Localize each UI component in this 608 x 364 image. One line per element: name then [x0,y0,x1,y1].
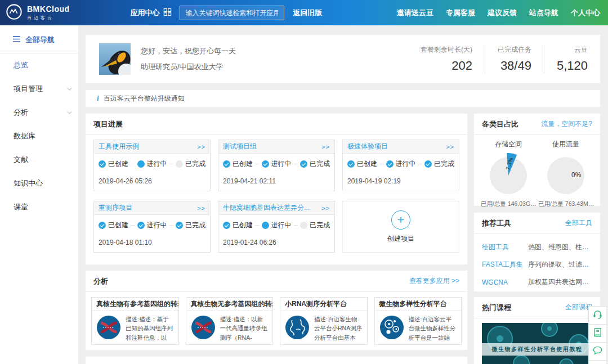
project-title-link[interactable]: 测试项目组 [223,142,257,151]
step-running-icon [386,160,394,168]
traffic-caption: 已用/总量 763.43MB... [537,200,594,208]
project-progress-steps: 已创建 进行中 已完成 [94,154,210,169]
nav-sitemap-link[interactable]: 站点导航 [529,8,558,18]
dna-icon [190,314,216,340]
notice-bar[interactable]: i 百迈客云平台整站升级通知 [86,90,600,107]
recommended-tools-panel: 推荐工具 全部工具 绘图工具 热图、维恩图、柱图... FASTA工具集 序列的… [474,213,600,291]
hamburger-icon [12,35,21,44]
all-nav-button[interactable]: 全部导航 [0,25,78,53]
book-icon [592,327,603,340]
stat-completed-tasks: 已完成任务 38/49 [485,45,544,73]
nav-invite-link[interactable]: 邀请送云豆 [397,8,433,18]
step-running-icon [262,222,269,229]
manual-button[interactable] [588,324,607,343]
app-card[interactable]: 真核生物有参考基因组的转录... 描述:描述：基于已知的基因组序列和注释信息，以… [91,297,179,345]
quota-link[interactable]: 流量，空间不足? [541,119,592,129]
project-more-link[interactable]: >> [321,143,330,150]
project-more-link[interactable]: >> [321,205,330,212]
step-finished-icon [300,160,307,168]
create-project-card[interactable]: + 创建项目 [342,201,459,253]
app-title[interactable]: 小RNA测序分析平台 [280,298,367,311]
usage-panel: 各类目占比 流量，空间不足? 存储空间 7.3% 已用/总量 146.03GB … [474,114,600,206]
app-title[interactable]: 微生物多样性分析平台 [375,298,462,311]
sidebar-item-database[interactable]: 数据库 [0,124,78,148]
tool-link[interactable]: FASTA工具集 [482,260,528,269]
back-to-old-link[interactable]: 返回旧版 [293,8,323,18]
sidebar-item-project-management[interactable]: 项目管理 [0,77,78,101]
all-nav-label: 全部导航 [25,35,55,45]
analysis-title: 分析 [93,276,108,286]
app-card[interactable]: 小RNA测序分析平台 描述:百迈客生物云平台小RNA测序分析平台由基本分... [280,297,368,345]
all-tools-link[interactable]: 全部工具 [565,218,592,228]
nav-personal-center-link[interactable]: 个人中心 [571,8,600,18]
hot-courses-panel: 热门课程 全部课程 微生物多样性分析平台使用教程 [474,297,600,364]
storage-caption: 已用/总量 146.03GB ... [480,200,537,208]
traffic-usage-chart: 使用流量 0% 已用/总量 763.43MB... [537,140,594,208]
step-created-icon [99,160,106,168]
top-header: BMKCloud 百迈客云 应用中心 返回旧版 邀请送云豆 专属客服 建议反馈 … [0,0,608,25]
info-icon: i [97,94,99,103]
tool-row: 绘图工具 热图、维恩图、柱图... [474,239,600,256]
grid-icon [163,8,172,18]
app-title[interactable]: 真核生物有参考基因组的转录... [92,298,178,311]
app-title[interactable]: 真核生物无参考基因组的转录... [186,298,273,311]
qrcode-button[interactable] [588,360,607,364]
nav-support-link[interactable]: 专属客服 [446,8,475,18]
project-more-link[interactable]: >> [197,205,205,212]
step-running-icon [262,160,269,168]
courses-title: 热门课程 [482,303,511,313]
tool-link[interactable]: 绘图工具 [482,242,528,252]
project-date: 2019-04-21 02:11 [218,169,334,185]
floating-toolbar [588,307,607,364]
sidebar-item-literature[interactable]: 文献 [0,148,78,172]
app-card[interactable]: 真核生物无参考基因组的转录... 描述:描述：以新一代高通量转录组测序（RNA-… [186,297,274,345]
tool-row: FASTA工具集 序列的提取、过滤、... [474,256,600,273]
project-more-link[interactable]: >> [446,143,454,150]
course-thumbnail[interactable]: 微生物多样性分析平台使用教程 [482,323,592,364]
projects-title: 项目进展 [93,119,123,129]
project-title-link[interactable]: 牛隐窝细胞基因表达差异分... [223,203,310,213]
feedback-button[interactable] [588,342,607,361]
app-card[interactable]: 微生物多样性分析平台 描述:百迈客云平台微生物多样性分析平台是一款结合... [374,297,462,345]
project-title-link[interactable]: 重测序项目 [99,203,132,213]
tools-title: 推荐工具 [482,218,511,228]
traffic-pie-chart: 0% [543,150,588,197]
rna-icon [284,314,310,340]
search-input[interactable] [180,6,284,20]
avatar[interactable] [99,43,131,75]
microbe-icon [379,314,405,340]
customer-service-button[interactable] [588,306,607,325]
step-created-icon [99,222,106,229]
greeting-text: 您好，安达，祝您开心每一天 [141,46,236,56]
sidebar-item-knowledge-center[interactable]: 知识中心 [0,172,78,195]
sidebar-item-analysis[interactable]: 分析 [0,101,78,124]
more-apps-link[interactable]: 查看更多应用 >> [409,276,459,286]
step-created-icon [223,222,230,229]
plus-icon: + [391,210,410,230]
app-center-label: 应用中心 [131,8,160,18]
project-title-link[interactable]: 极速体验项目 [347,142,388,151]
storage-usage-chart: 存储空间 7.3% 已用/总量 146.03GB ... [480,140,537,208]
step-running-icon [137,222,145,229]
chevron-down-icon [67,86,71,90]
project-more-link[interactable]: >> [197,143,205,150]
next-section-card [86,357,467,364]
headset-icon [592,309,603,322]
project-progress-panel: 项目进展 工具使用示例 >> 已创建 进行中 已完成 2019-04-26 05… [86,114,467,264]
tool-link[interactable]: WGCNA [482,278,528,286]
sidebar-item-overview[interactable]: 总览 [0,53,78,77]
project-card: 牛隐窝细胞基因表达差异分... >> 已创建 进行中 已完成 2019-01-2… [218,201,335,253]
stat-cloud-beans: 云豆 5,120 [544,45,600,73]
project-progress-steps: 已创建 进行中 已完成 [94,215,210,230]
logo[interactable]: BMKCloud 百迈客云 [6,3,70,23]
project-title-link[interactable]: 工具使用示例 [99,142,139,151]
sidebar-item-classroom[interactable]: 课堂 [0,195,78,219]
project-date: 2019-04-26 05:26 [94,169,210,185]
project-progress-steps: 已创建 进行中 已完成 [343,154,459,169]
account-stats: 套餐剩余时长(天) 202 已完成任务 38/49 云豆 5,120 [408,42,600,76]
project-card: 测试项目组 >> 已创建 进行中 已完成 2019-04-21 02:11 [218,140,335,191]
nav-feedback-link[interactable]: 建议反馈 [488,8,517,18]
app-center-button[interactable]: 应用中心 [131,8,172,18]
brand-name: BMKCloud [27,5,70,14]
brand-name-cn: 百迈客云 [27,15,70,21]
